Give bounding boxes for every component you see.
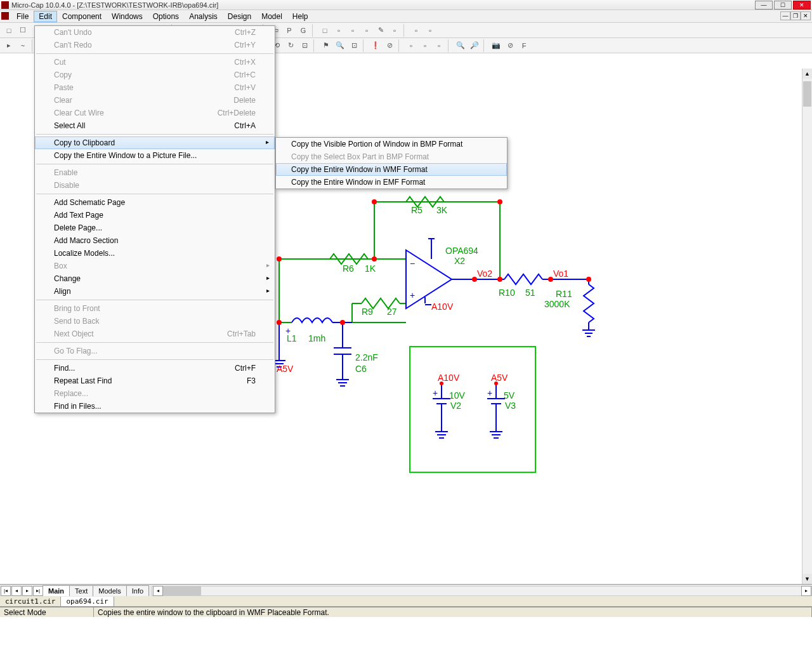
svg-text:A10V: A10V [438, 373, 460, 383]
svg-point-85 [340, 320, 345, 325]
menuitem-delete-page[interactable]: Delete Page... [35, 222, 275, 234]
scroll-thumb[interactable] [803, 81, 811, 107]
svg-text:R11: R11 [556, 289, 572, 299]
submenuitem-copy-the-entire-window-in-wmf-format[interactable]: Copy the Entire Window in WMF Format [276, 163, 507, 176]
svg-point-80 [497, 277, 502, 282]
mdi-restore-button[interactable]: ❐ [790, 11, 801, 20]
svg-text:V2: V2 [450, 401, 461, 411]
toolbar-button[interactable]: ⚑ [320, 39, 332, 52]
svg-text:Vo2: Vo2 [477, 269, 492, 279]
menu-file[interactable]: File [11, 11, 34, 22]
menuitem-find[interactable]: Find...Ctrl+F [35, 362, 275, 375]
toolbar-button[interactable]: 🔍 [334, 39, 346, 52]
mdi-close-button[interactable]: ✕ [801, 11, 811, 20]
menuitem-go-to-flag: Go To Flag... [35, 345, 275, 357]
svg-text:1K: 1K [365, 263, 376, 274]
hscroll-thumb[interactable] [163, 587, 201, 595]
toolbar-button[interactable]: ☐ [16, 24, 29, 37]
submenuitem-copy-the-select-box-part-in-bmp-format: Copy the Select Box Part in BMP Format [276, 150, 507, 163]
submenuitem-copy-the-visible-portion-of-window-in-bmp-format[interactable]: Copy the Visible Portion of Window in BM… [276, 138, 507, 150]
toolbar-button[interactable]: ▸ [3, 39, 15, 52]
menuitem-can-t-undo: Can't UndoCtrl+Z [35, 26, 275, 39]
toolbar-button[interactable]: P [283, 24, 296, 37]
menu-design[interactable]: Design [223, 11, 256, 22]
tab-nav-first[interactable]: |◂ [1, 586, 11, 596]
svg-text:R6: R6 [343, 263, 354, 274]
menuitem-repeat-last-find[interactable]: Repeat Last FindF3 [35, 375, 275, 387]
toolbar-button[interactable]: □ [3, 24, 15, 37]
svg-text:Vo1: Vo1 [553, 269, 568, 279]
svg-text:R9: R9 [362, 307, 373, 317]
svg-text:51: 51 [525, 288, 535, 298]
tab-nav-next[interactable]: ▸ [22, 586, 32, 596]
svg-text:A5V: A5V [491, 373, 508, 383]
svg-point-81 [472, 277, 477, 282]
svg-text:C6: C6 [355, 364, 367, 374]
toolbar-button[interactable]: □ [318, 24, 331, 37]
sheet-tab-info[interactable]: Info [126, 585, 149, 596]
svg-point-82 [548, 277, 553, 282]
toolbar-button[interactable]: ↻ [284, 39, 297, 52]
horizontal-scrollbar[interactable]: ◂ ▸ [152, 586, 812, 596]
toolbar-button[interactable]: ▫ [433, 39, 445, 52]
menuitem-copy-the-entire-window-to-a-picture-file[interactable]: Copy the Entire Window to a Picture File… [35, 149, 275, 162]
hscroll-right-button[interactable]: ▸ [801, 586, 811, 596]
menu-component[interactable]: Component [57, 11, 107, 22]
scroll-up-button[interactable]: ▲ [802, 69, 812, 79]
toolbar-button[interactable]: ▫ [410, 24, 422, 37]
toolbar-button[interactable]: ⊡ [348, 39, 360, 52]
toolbar-button[interactable]: ▫ [388, 24, 401, 37]
toolbar-button[interactable]: ⊘ [383, 39, 396, 52]
toolbar-button[interactable]: ⊘ [504, 39, 516, 52]
menu-analysis[interactable]: Analysis [184, 11, 223, 22]
toolbar-button[interactable]: ▫ [332, 24, 345, 37]
menu-model[interactable]: Model [256, 11, 287, 22]
file-tab[interactable]: opa694.cir [61, 597, 114, 606]
menuitem-select-all[interactable]: Select AllCtrl+A [35, 119, 275, 132]
menuitem-find-in-files[interactable]: Find in Files... [35, 400, 275, 413]
menuitem-align[interactable]: Align [35, 285, 275, 298]
svg-text:+: + [487, 388, 492, 398]
sheet-tab-main[interactable]: Main [43, 585, 70, 596]
mdi-minimize-button[interactable]: — [780, 11, 790, 20]
menu-options[interactable]: Options [148, 11, 184, 22]
toolbar-button[interactable]: 📷 [490, 39, 502, 52]
svg-point-77 [372, 256, 377, 262]
menu-help[interactable]: Help [287, 11, 313, 22]
toolbar-button[interactable]: ▫ [346, 24, 359, 37]
toolbar-button[interactable]: ▫ [419, 39, 431, 52]
tab-nav-last[interactable]: ▸| [33, 586, 43, 596]
toolbar-button[interactable]: F [518, 39, 530, 52]
close-button[interactable]: ✕ [793, 1, 811, 10]
toolbar-button[interactable]: ⊡ [298, 39, 311, 52]
toolbar-button[interactable]: ✎ [374, 24, 387, 37]
toolbar-button[interactable]: G [297, 24, 310, 37]
submenuitem-copy-the-entire-window-in-emf-format[interactable]: Copy the Entire Window in EMF Format [276, 176, 507, 189]
vertical-scrollbar[interactable]: ▲ ▼ [802, 69, 812, 584]
menuitem-add-schematic-page[interactable]: Add Schematic Page [35, 196, 275, 209]
menuitem-copy-to-clipboard[interactable]: Copy to Clipboard [35, 136, 275, 149]
sheet-tab-models[interactable]: Models [93, 585, 126, 596]
hscroll-left-button[interactable]: ◂ [153, 586, 163, 596]
file-tab[interactable]: circuit1.cir [0, 597, 61, 606]
menuitem-add-macro-section[interactable]: Add Macro Section [35, 234, 275, 247]
toolbar-button[interactable]: 🔎 [468, 39, 481, 52]
maximize-button[interactable]: ☐ [774, 1, 792, 10]
scroll-down-button[interactable]: ▼ [802, 574, 812, 584]
toolbar-button[interactable]: ▫ [360, 24, 373, 37]
tab-nav-prev[interactable]: ◂ [11, 586, 22, 596]
menuitem-add-text-page[interactable]: Add Text Page [35, 209, 275, 222]
sheet-tab-text[interactable]: Text [69, 585, 93, 596]
svg-text:3K: 3K [436, 205, 448, 215]
toolbar-button[interactable]: ▫ [405, 39, 417, 52]
toolbar-button[interactable]: ▫ [424, 24, 436, 37]
menu-windows[interactable]: Windows [107, 11, 148, 22]
menuitem-change[interactable]: Change [35, 272, 275, 285]
edit-menu-dropdown: Can't UndoCtrl+ZCan't RedoCtrl+YCutCtrl+… [34, 25, 275, 413]
toolbar-button[interactable]: 🔍 [454, 39, 467, 52]
menu-edit[interactable]: Edit [34, 11, 57, 22]
menuitem-localize-models[interactable]: Localize Models... [35, 247, 275, 260]
toolbar-button[interactable]: ~ [16, 39, 29, 52]
minimize-button[interactable]: — [755, 1, 773, 10]
toolbar-button[interactable]: ❗ [369, 39, 382, 52]
